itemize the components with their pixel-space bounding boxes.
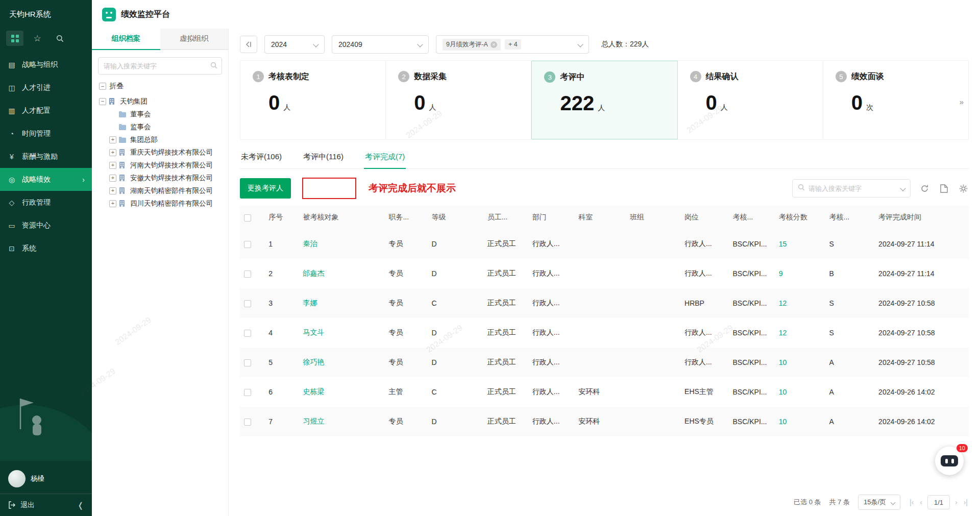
tree-item[interactable]: + 四川天钧精密部件有限公司 [99,197,225,210]
table-row[interactable]: 4 马文斗 专员 D 正式员工 行政人... 行政人... BSC/KP [240,318,969,348]
tree-expander[interactable]: + [109,149,116,156]
score-link[interactable]: 15 [775,229,825,259]
sidebar-menu-item[interactable]: ◫ 人才引进 › [0,76,92,99]
table-row[interactable]: 5 徐巧艳 专员 D 正式员工 行政人... 行政人... BSC/KP [240,348,969,377]
row-checkbox[interactable] [244,330,251,337]
change-reviewer-button[interactable]: 更换考评人 [240,178,291,199]
tree-item[interactable]: + 湖南天钧精密部件有限公司 [99,184,225,197]
row-checkbox[interactable] [244,241,251,248]
employee-name-link[interactable]: 徐巧艳 [299,348,384,377]
last-page-button[interactable]: ›| [963,498,969,506]
tree-item[interactable]: 董事会 [99,108,225,120]
cell-duty: 专员 [384,348,427,377]
sidebar-menu-item[interactable]: ⊡ 系统 › [0,237,92,260]
select-all-checkbox[interactable] [244,214,251,222]
row-checkbox[interactable] [244,271,251,278]
next-page-button[interactable]: › [954,498,959,506]
row-checkbox[interactable] [244,389,251,396]
settings-gear-icon[interactable] [958,183,969,194]
employee-name-link[interactable]: 邰鑫杰 [299,259,384,288]
tree-expander[interactable] [109,111,116,118]
year-value: 2024 [271,40,287,48]
tree-expander[interactable]: + [109,136,116,143]
employee-name-link[interactable]: 史栋梁 [299,377,384,407]
table-row[interactable]: 7 习煜立 专员 D 正式员工 行政人... 安环科 EHS专员 BSC/ [240,407,969,436]
tree-expander[interactable]: − [99,98,106,105]
score-link[interactable]: 10 [775,377,825,407]
cell-post: HRBP [680,288,728,318]
row-checkbox[interactable] [244,300,251,307]
tree-item[interactable]: + 河南大钧焊接技术有限公司 [99,159,225,171]
export-icon[interactable] [938,183,949,194]
stages-expand-icon[interactable]: » [953,97,969,106]
sidebar-menu-item[interactable]: ◔ 时间管理 › [0,122,92,145]
tree-item[interactable]: − 天钧集团 [99,95,225,108]
table-row[interactable]: 6 史栋梁 主管 C 正式员工 行政人... 安环科 EHS主管 BSC/ [240,377,969,407]
org-tab[interactable]: 虚拟组织 [160,29,229,50]
tree-expander[interactable]: + [109,175,116,182]
score-link[interactable]: 10 [775,407,825,436]
period-select[interactable]: 202409 [332,35,429,54]
sidebar-menu-item[interactable]: ◎ 战略绩效 › [0,168,92,191]
status-tab[interactable]: 未考评(106) [240,148,283,169]
collapse-sidebar-icon[interactable]: ❬ [77,501,84,510]
year-select[interactable]: 2024 [264,35,325,54]
tree-expander[interactable]: + [109,162,116,169]
apps-grid-icon[interactable] [6,31,23,46]
sidebar-menu-item[interactable]: ¥ 薪酬与激励 › [0,145,92,168]
stage-card[interactable]: 3 考评中 222 人 [531,61,677,139]
prev-page-button[interactable]: ‹ [919,498,923,506]
stage-card[interactable]: 1 考核表制定 0 人 [240,61,386,139]
page-size-select[interactable]: 15条/页 [858,495,900,510]
table-row[interactable]: 2 邰鑫杰 专员 D 正式员工 行政人... 行政人... BSC/KP [240,259,969,288]
sidebar-search-icon[interactable] [51,31,68,46]
status-tab[interactable]: 考评中(116) [302,148,345,169]
org-search-input[interactable] [98,57,222,75]
sidebar-menu-item[interactable]: ▥ 人才配置 › [0,99,92,122]
employee-name-link[interactable]: 习煜立 [299,407,384,436]
score-link[interactable]: 10 [775,348,825,377]
table-row[interactable]: 3 李娜 专员 C 正式员工 行政人... HRBP BSC/KPI.. [240,288,969,318]
plan-multiselect[interactable]: 9月绩效考评-A × + 4 [436,35,589,54]
score-link[interactable]: 12 [775,318,825,348]
stage-unit: 次 [866,103,873,112]
stage-card[interactable]: 2 数据采集 0 人 [386,61,531,139]
refresh-icon[interactable] [919,183,930,194]
tree-collapse-all[interactable]: − 折叠 [92,79,228,94]
tree-item[interactable]: + 重庆天钧焊接技术有限公司 [99,146,225,159]
sidebar-menu-item[interactable]: ◇ 行政管理 › [0,191,92,214]
tree-expander[interactable]: + [109,187,116,194]
org-tab[interactable]: 组织档案 [92,29,160,50]
table-search-input[interactable] [808,185,890,192]
tag-close-icon[interactable]: × [491,41,497,48]
stage-card[interactable]: 5 绩效面谈 0 次 [823,61,968,139]
tree-item[interactable]: 监事会 [99,120,225,133]
row-checkbox[interactable] [244,419,251,426]
stage-card[interactable]: 4 结果确认 0 人 [678,61,823,139]
sidebar-menu-item[interactable]: ▤ 战略与组织 › [0,53,92,76]
tree-expander[interactable]: + [109,200,116,207]
status-tab[interactable]: 考评完成(7) [364,148,406,169]
score-link[interactable]: 9 [775,259,825,288]
assistant-widget[interactable]: 10 [935,447,967,477]
sidebar-menu: ▤ 战略与组织 › ◫ 人才引进 › ▥ 人才配置 › ◔ [0,53,92,260]
user-row[interactable]: 杨槡 [0,465,92,494]
employee-name-link[interactable]: 李娜 [299,288,384,318]
favorite-star-icon[interactable]: ☆ [29,31,46,46]
tree-item[interactable]: + 集团总部 [99,133,225,146]
sidebar-menu-item[interactable]: ▭ 资源中心 › [0,214,92,237]
logout-button[interactable]: 退出 ❬ [0,494,92,516]
cell-grade: C [427,377,483,407]
column-header: 考核分数 [775,206,825,229]
first-page-button[interactable]: |‹ [909,498,915,506]
table-search[interactable] [792,179,911,198]
table-row[interactable]: 1 秦治 专员 D 正式员工 行政人... 行政人... BSC/KPI [240,229,969,259]
row-checkbox[interactable] [244,359,251,366]
tree-item[interactable]: + 安徽大钧焊接技术有限公司 [99,171,225,184]
score-link[interactable]: 12 [775,288,825,318]
collapse-panel-button[interactable] [240,36,257,53]
avatar[interactable] [8,470,26,487]
employee-name-link[interactable]: 秦治 [299,229,384,259]
employee-name-link[interactable]: 马文斗 [299,318,384,348]
tree-expander[interactable] [109,124,116,131]
